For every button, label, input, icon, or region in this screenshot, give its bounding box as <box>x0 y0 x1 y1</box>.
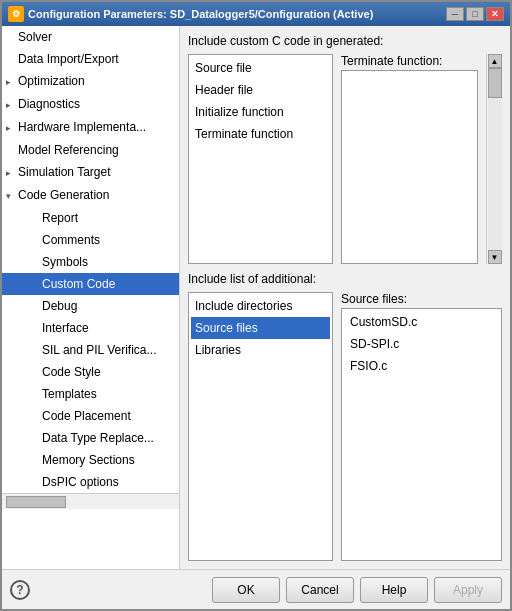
source-files-label: Source files: <box>341 292 502 306</box>
ok-button[interactable]: OK <box>212 577 280 603</box>
help-icon[interactable]: ? <box>10 580 30 600</box>
sidebar-item-code-style[interactable]: Code Style <box>2 361 179 383</box>
terminate-function-textbox[interactable] <box>341 70 478 264</box>
expander-icon: ▸ <box>6 119 16 137</box>
bottom-right: OK Cancel Help Apply <box>212 577 502 603</box>
source-file-item[interactable]: CustomSD.c <box>346 311 497 333</box>
window-title: Configuration Parameters: SD_Datalogger5… <box>28 8 373 20</box>
source-files-box[interactable]: CustomSD.cSD-SPI.cFSIO.c <box>341 308 502 561</box>
source-files-area: Source files: CustomSD.cSD-SPI.cFSIO.c <box>341 292 502 561</box>
sidebar-item-data-import-export[interactable]: Data Import/Export <box>2 48 179 70</box>
apply-button[interactable]: Apply <box>434 577 502 603</box>
code-item-terminate-function[interactable]: Terminate function <box>191 123 330 145</box>
additional-item-source-files[interactable]: Source files <box>191 317 330 339</box>
scroll-track <box>488 68 502 250</box>
scroll-thumb[interactable] <box>488 68 502 98</box>
source-file-item[interactable]: FSIO.c <box>346 355 497 377</box>
help-button[interactable]: Help <box>360 577 428 603</box>
bottom-left: ? <box>10 580 30 600</box>
sidebar-item-hardware-impl[interactable]: ▸Hardware Implementa... <box>2 116 179 139</box>
sidebar-item-custom-code[interactable]: Custom Code <box>2 273 179 295</box>
left-panel: SolverData Import/Export▸Optimization▸Di… <box>2 26 180 569</box>
sidebar-item-templates[interactable]: Templates <box>2 383 179 405</box>
app-icon: ⚙ <box>8 6 24 22</box>
title-controls: ─ □ ✕ <box>446 7 504 21</box>
sidebar-item-code-generation[interactable]: ▾Code Generation <box>2 184 179 207</box>
horizontal-scrollbar[interactable] <box>2 493 179 509</box>
minimize-button[interactable]: ─ <box>446 7 464 21</box>
custom-code-top: Source fileHeader fileInitialize functio… <box>188 54 502 264</box>
section1-label: Include custom C code in generated: <box>188 34 502 48</box>
code-items-list[interactable]: Source fileHeader fileInitialize functio… <box>188 54 333 264</box>
code-item-initialize-function[interactable]: Initialize function <box>191 101 330 123</box>
title-bar: ⚙ Configuration Parameters: SD_Datalogge… <box>2 2 510 26</box>
maximize-button[interactable]: □ <box>466 7 484 21</box>
additional-item-libraries[interactable]: Libraries <box>191 339 330 361</box>
sidebar-item-debug[interactable]: Debug <box>2 295 179 317</box>
sidebar-item-data-type-replace[interactable]: Data Type Replace... <box>2 427 179 449</box>
expander-icon: ▸ <box>6 96 16 114</box>
sidebar-item-code-placement[interactable]: Code Placement <box>2 405 179 427</box>
include-row: Include directoriesSource filesLibraries… <box>188 292 502 561</box>
right-panel: Include custom C code in generated: Sour… <box>180 26 510 569</box>
sidebar-item-optimization[interactable]: ▸Optimization <box>2 70 179 93</box>
include-additional-section: Include list of additional: Include dire… <box>188 272 502 561</box>
sidebar-item-comments[interactable]: Comments <box>2 229 179 251</box>
sidebar-item-solver[interactable]: Solver <box>2 26 179 48</box>
vertical-scrollbar[interactable]: ▲ ▼ <box>486 54 502 264</box>
code-item-header-file[interactable]: Header file <box>191 79 330 101</box>
additional-items-list[interactable]: Include directoriesSource filesLibraries <box>188 292 333 561</box>
sidebar-item-sil-pil[interactable]: SIL and PIL Verifica... <box>2 339 179 361</box>
scroll-down-button[interactable]: ▼ <box>488 250 502 264</box>
content-area: SolverData Import/Export▸Optimization▸Di… <box>2 26 510 569</box>
cancel-button[interactable]: Cancel <box>286 577 354 603</box>
sidebar-item-diagnostics[interactable]: ▸Diagnostics <box>2 93 179 116</box>
expander-icon: ▾ <box>6 187 16 205</box>
sidebar-item-report[interactable]: Report <box>2 207 179 229</box>
title-bar-left: ⚙ Configuration Parameters: SD_Datalogge… <box>8 6 373 22</box>
terminate-function-area: Terminate function: <box>341 54 478 264</box>
sidebar-item-simulation-target[interactable]: ▸Simulation Target <box>2 161 179 184</box>
sidebar-item-symbols[interactable]: Symbols <box>2 251 179 273</box>
terminate-function-label: Terminate function: <box>341 54 478 68</box>
main-window: ⚙ Configuration Parameters: SD_Datalogge… <box>0 0 512 611</box>
sidebar-item-dspic[interactable]: DsPIC options <box>2 471 179 493</box>
close-button[interactable]: ✕ <box>486 7 504 21</box>
sidebar-item-interface[interactable]: Interface <box>2 317 179 339</box>
bottom-row: ? OK Cancel Help Apply <box>2 569 510 609</box>
source-file-item[interactable]: SD-SPI.c <box>346 333 497 355</box>
code-item-source-file[interactable]: Source file <box>191 57 330 79</box>
expander-icon: ▸ <box>6 73 16 91</box>
scroll-up-button[interactable]: ▲ <box>488 54 502 68</box>
scroll-thumb[interactable] <box>6 496 66 508</box>
sidebar-item-model-referencing[interactable]: Model Referencing <box>2 139 179 161</box>
sidebar-item-memory-sections[interactable]: Memory Sections <box>2 449 179 471</box>
expander-icon: ▸ <box>6 164 16 182</box>
additional-item-include-dirs[interactable]: Include directories <box>191 295 330 317</box>
section2-label: Include list of additional: <box>188 272 502 286</box>
